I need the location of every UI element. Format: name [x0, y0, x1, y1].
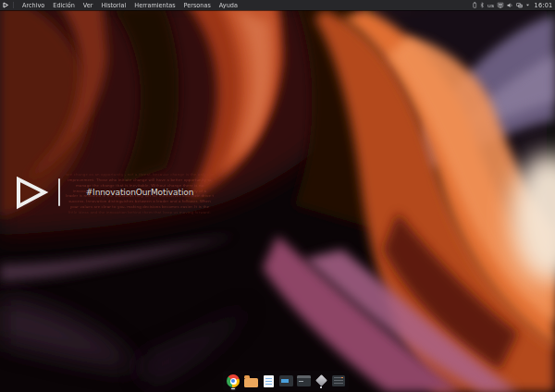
quote-line: see change as an opportunity - not a thr…	[66, 172, 214, 178]
menu-herramientas[interactable]: Herramientas	[130, 0, 179, 10]
dock-item-system-settings[interactable]	[331, 373, 346, 389]
text-editor-icon	[264, 375, 274, 387]
dock-item-file-manager[interactable]	[243, 373, 258, 389]
dock-item-chrome-browser[interactable]	[226, 373, 240, 389]
dock-item-text-editor[interactable]	[261, 373, 276, 389]
distro-logo-icon[interactable]	[3, 2, 9, 8]
bluetooth-icon[interactable]	[480, 2, 485, 8]
dock-item-dock-anchor[interactable]	[314, 373, 328, 389]
top-menu-bar: Archivo Edición Ver Historial Herramient…	[0, 0, 555, 10]
menu-historial[interactable]: Historial	[97, 0, 130, 10]
dock-item-media-player[interactable]	[278, 373, 293, 389]
hashtag-slogan: #InnovationOurMotivation	[66, 188, 214, 197]
volume-icon[interactable]	[507, 2, 513, 8]
desktop: see change as an opportunity - not a thr…	[0, 0, 555, 392]
system-tray: us	[473, 0, 555, 10]
dock	[223, 371, 349, 391]
terminal-icon	[297, 375, 311, 386]
menu-edicion[interactable]: Edición	[49, 0, 80, 10]
media-player-icon	[279, 375, 293, 386]
motivation-quote-block: see change as an opportunity - not a thr…	[66, 170, 214, 222]
logo-divider	[58, 178, 60, 206]
clock[interactable]: 16:01	[535, 2, 553, 9]
running-indicator	[231, 388, 235, 390]
menubar-divider	[13, 2, 14, 8]
chrome-browser-icon	[227, 374, 240, 387]
file-manager-icon	[244, 378, 258, 387]
battery-icon[interactable]	[473, 2, 477, 8]
menu-ver[interactable]: Ver	[79, 0, 97, 10]
quote-line: little ideas and the innovation behind t…	[66, 209, 214, 214]
menu-archivo[interactable]: Archivo	[18, 0, 49, 10]
play-triangle-logo	[16, 177, 51, 210]
wallpaper-branding: see change as an opportunity - not a thr…	[13, 170, 226, 222]
display-icon[interactable]	[498, 2, 504, 8]
keyboard-layout-indicator[interactable]: us	[487, 2, 494, 8]
dock-anchor-icon	[314, 374, 328, 388]
system-settings-icon	[332, 375, 345, 386]
menubar-left: Archivo Edición Ver Historial Herramient…	[0, 0, 241, 10]
menu-caret-icon[interactable]	[526, 4, 530, 7]
menu-personas[interactable]: Personas	[179, 0, 215, 10]
dock-item-terminal[interactable]	[296, 373, 311, 389]
network-icon[interactable]	[516, 2, 523, 8]
menu-ayuda[interactable]: Ayuda	[215, 0, 241, 10]
